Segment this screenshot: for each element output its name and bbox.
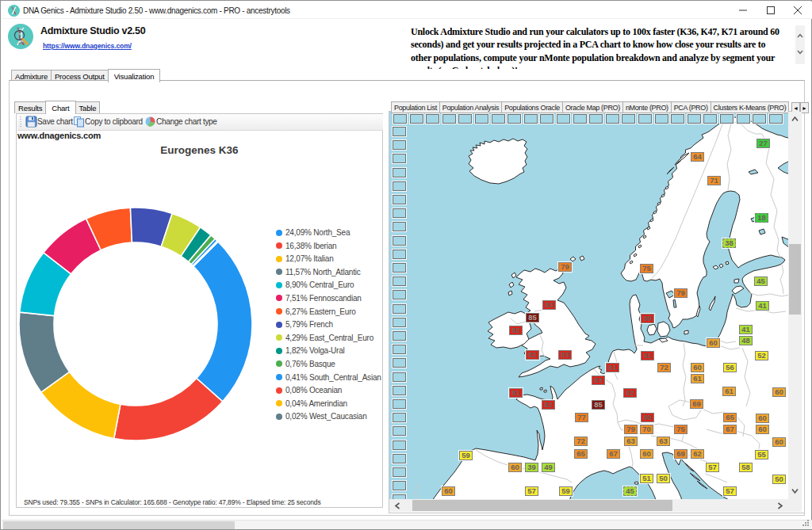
map-marker[interactable]: 45 bbox=[623, 486, 637, 496]
map-marker[interactable]: 39 bbox=[525, 463, 538, 472]
tab-clusters-k-means-pro-[interactable]: Clusters K-Means (PRO) bbox=[710, 101, 790, 113]
resize-grip-icon[interactable] bbox=[802, 519, 810, 527]
map-marker[interactable]: 60 bbox=[772, 387, 786, 397]
map-marker[interactable]: 41 bbox=[756, 301, 769, 311]
horizontal-scroll-thumb[interactable] bbox=[412, 500, 672, 511]
tab-pca-pro-[interactable]: PCA (PRO) bbox=[671, 101, 711, 113]
map-marker[interactable]: 83 bbox=[542, 300, 556, 310]
scroll-right-icon[interactable] bbox=[777, 501, 783, 510]
map-marker[interactable]: 48 bbox=[739, 336, 753, 345]
tab-chart[interactable]: Chart bbox=[45, 101, 75, 114]
map-marker[interactable]: 82 bbox=[542, 400, 555, 410]
map-marker[interactable]: 52 bbox=[755, 351, 768, 360]
map-marker[interactable]: 85 bbox=[526, 313, 539, 322]
map-marker[interactable]: 50 bbox=[772, 475, 786, 484]
map-marker[interactable]: 70 bbox=[640, 425, 653, 434]
map-marker[interactable]: 65 bbox=[574, 449, 588, 459]
tab-visualization[interactable]: Visualization bbox=[108, 69, 161, 82]
scroll-left-icon[interactable] bbox=[394, 501, 400, 510]
map-marker[interactable]: 83 bbox=[558, 350, 572, 360]
map-marker[interactable]: 77 bbox=[575, 413, 588, 422]
map-marker[interactable]: 61 bbox=[691, 374, 704, 383]
tab-admixture[interactable]: Admixture bbox=[11, 70, 52, 81]
map-marker[interactable]: 79 bbox=[624, 425, 638, 434]
map-marker[interactable]: 67 bbox=[607, 449, 620, 459]
close-button[interactable] bbox=[784, 2, 811, 19]
map-marker[interactable]: 81 bbox=[606, 363, 619, 372]
map-marker[interactable]: 58 bbox=[739, 463, 753, 472]
chevron-down-icon[interactable] bbox=[796, 49, 804, 55]
tab-process-output[interactable]: Process Output bbox=[51, 70, 109, 81]
donut-slice-iberian[interactable] bbox=[114, 379, 223, 440]
map-marker[interactable]: 55 bbox=[755, 450, 768, 459]
website-link[interactable]: https://www.dnagenics.com/ bbox=[43, 42, 132, 50]
title-bar[interactable]: DNA Genics - Admixture Studio 2.50 - www… bbox=[2, 2, 812, 19]
tab-population-analysis[interactable]: Population Analysis bbox=[439, 101, 502, 113]
map-marker[interactable]: 60 bbox=[640, 449, 653, 459]
map-marker[interactable]: 45 bbox=[754, 276, 768, 286]
map-marker[interactable]: 60 bbox=[707, 338, 720, 348]
map-marker[interactable]: 62 bbox=[691, 449, 704, 459]
map-marker[interactable]: 75 bbox=[674, 425, 688, 434]
map-marker[interactable]: 71 bbox=[707, 176, 721, 185]
map-marker[interactable]: 57 bbox=[706, 463, 719, 472]
map-marker[interactable]: 59 bbox=[459, 451, 473, 460]
map-marker[interactable]: 57 bbox=[525, 486, 538, 496]
map-marker[interactable]: 51 bbox=[640, 474, 653, 483]
map-marker[interactable]: 75 bbox=[640, 264, 653, 273]
map-marker[interactable]: 27 bbox=[756, 139, 770, 148]
map-marker[interactable]: 50 bbox=[657, 474, 670, 483]
map-marker[interactable]: 60 bbox=[508, 463, 522, 472]
map-marker[interactable]: 60 bbox=[772, 437, 786, 447]
tab-results[interactable]: Results bbox=[14, 101, 46, 113]
map-marker[interactable]: 63 bbox=[624, 437, 638, 446]
maximize-button[interactable] bbox=[757, 2, 784, 19]
window-horizontal-scrollbar[interactable] bbox=[2, 520, 812, 529]
vertical-scroll-thumb[interactable] bbox=[789, 244, 801, 315]
map-marker[interactable]: 59 bbox=[559, 486, 573, 496]
tab-population-list[interactable]: Population List bbox=[391, 101, 440, 113]
map-marker[interactable]: 67 bbox=[723, 425, 737, 434]
map-marker[interactable]: 81 bbox=[641, 351, 654, 360]
map-marker[interactable]: 61 bbox=[722, 387, 736, 396]
map-marker[interactable]: 82 bbox=[509, 326, 523, 335]
map-marker[interactable]: 82 bbox=[526, 350, 539, 360]
map-marker[interactable]: 60 bbox=[756, 414, 769, 423]
map-marker[interactable]: 85 bbox=[592, 400, 605, 410]
map-marker[interactable]: 83 bbox=[592, 376, 605, 385]
scroll-up-icon[interactable] bbox=[791, 116, 799, 122]
donut-slice-north_sea[interactable] bbox=[193, 242, 252, 402]
tab-oracle-map-pro-[interactable]: Oracle Map (PRO) bbox=[562, 101, 623, 113]
map-marker[interactable]: 64 bbox=[691, 152, 704, 162]
map-marker[interactable]: 60 bbox=[442, 486, 455, 496]
tab-nmonte-pro-[interactable]: nMonte (PRO) bbox=[622, 101, 672, 113]
map-marker[interactable]: 38 bbox=[722, 238, 736, 248]
map-marker[interactable]: 56 bbox=[723, 363, 737, 372]
map-marker[interactable]: 41 bbox=[739, 325, 753, 334]
scroll-down-icon[interactable] bbox=[791, 488, 799, 494]
map-marker[interactable]: 63 bbox=[657, 437, 670, 446]
promo-scrollbar[interactable] bbox=[795, 25, 805, 64]
map-marker[interactable]: 80 bbox=[641, 413, 654, 422]
map-marker[interactable]: 57 bbox=[723, 486, 737, 496]
tab-populations-oracle[interactable]: Populations Oracle bbox=[501, 101, 563, 113]
tab-table[interactable]: Table bbox=[75, 101, 101, 113]
map-marker[interactable]: 72 bbox=[657, 363, 671, 372]
map-marker[interactable]: 18 bbox=[755, 213, 768, 223]
map-marker[interactable]: 79 bbox=[558, 262, 572, 272]
map-marker[interactable]: 60 bbox=[756, 425, 769, 434]
map-horizontal-scrollbar[interactable] bbox=[389, 499, 788, 512]
map-marker[interactable]: 72 bbox=[574, 437, 588, 446]
map-marker[interactable]: 82 bbox=[623, 388, 637, 398]
map-marker[interactable]: 49 bbox=[542, 463, 555, 472]
minimize-button[interactable] bbox=[730, 2, 756, 19]
map-vertical-scrollbar[interactable] bbox=[788, 112, 802, 499]
map-marker[interactable]: 79 bbox=[674, 288, 688, 298]
map-marker[interactable]: 60 bbox=[691, 363, 704, 372]
map-marker[interactable]: 69 bbox=[674, 449, 688, 459]
map-marker[interactable]: 65 bbox=[723, 413, 737, 422]
window-scroll-thumb[interactable] bbox=[3, 521, 235, 529]
map-marker[interactable]: 69 bbox=[690, 399, 703, 409]
map-marker[interactable]: 80 bbox=[641, 314, 654, 323]
oracle-map[interactable]: 2764711838797545798341858082414860828381… bbox=[389, 112, 788, 499]
